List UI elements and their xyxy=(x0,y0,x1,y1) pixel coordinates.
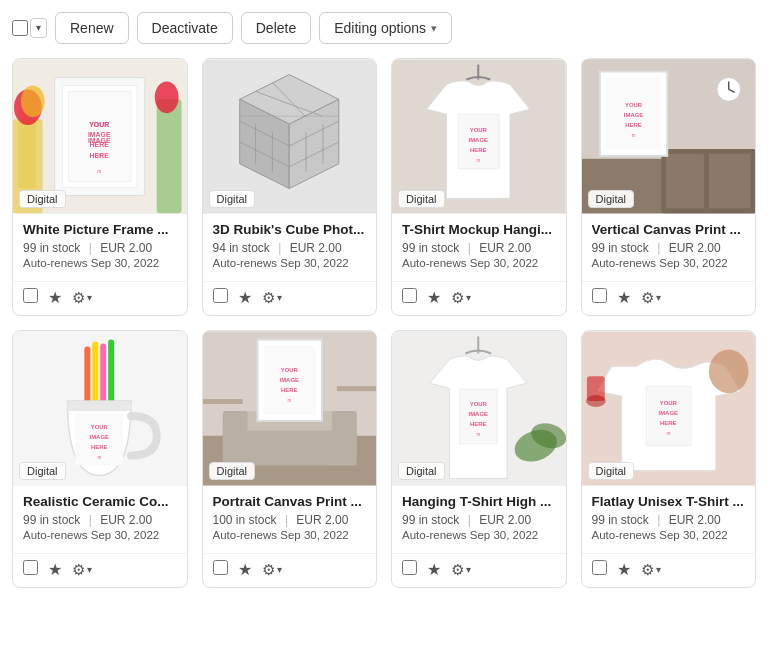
stock-count: 99 in stock xyxy=(592,513,649,527)
card-checkbox[interactable] xyxy=(213,288,228,303)
product-meta: 99 in stock | EUR 2.00 xyxy=(592,241,746,255)
svg-text:HERE: HERE xyxy=(281,387,298,393)
card-actions: ★ ⚙ ▾ xyxy=(13,281,187,315)
svg-text:m: m xyxy=(476,158,480,163)
card-select[interactable] xyxy=(23,560,38,579)
favorite-button[interactable]: ★ xyxy=(617,290,631,306)
svg-rect-45 xyxy=(666,154,704,209)
favorite-button[interactable]: ★ xyxy=(427,290,441,306)
product-price: EUR 2.00 xyxy=(100,513,152,527)
favorite-button[interactable]: ★ xyxy=(617,562,631,578)
card-select[interactable] xyxy=(592,288,607,307)
stock-count: 99 in stock xyxy=(23,241,80,255)
settings-dropdown-button[interactable]: ▾ xyxy=(655,564,662,575)
card-body: Realistic Ceramic Co... 99 in stock | EU… xyxy=(13,486,187,553)
card-select[interactable] xyxy=(213,288,228,307)
svg-point-100 xyxy=(585,395,605,407)
card-checkbox[interactable] xyxy=(23,288,38,303)
svg-text:m: m xyxy=(631,133,635,138)
product-image: YOUR IMAGE HERE m Digital xyxy=(13,331,187,486)
product-price: EUR 2.00 xyxy=(296,513,348,527)
meta-separator: | xyxy=(285,513,288,527)
favorite-button[interactable]: ★ xyxy=(48,562,62,578)
product-price: EUR 2.00 xyxy=(290,241,342,255)
settings-button[interactable]: ⚙ xyxy=(451,561,464,579)
svg-text:m: m xyxy=(476,432,480,437)
favorite-button[interactable]: ★ xyxy=(238,562,252,578)
toolbar: ▾ Renew Deactivate Delete Editing option… xyxy=(12,12,756,44)
stock-count: 100 in stock xyxy=(213,513,277,527)
svg-text:m: m xyxy=(97,455,101,460)
favorite-button[interactable]: ★ xyxy=(238,290,252,306)
svg-text:IMAGE: IMAGE xyxy=(469,411,489,417)
meta-separator: | xyxy=(468,241,471,255)
svg-text:HERE: HERE xyxy=(625,122,642,128)
settings-button[interactable]: ⚙ xyxy=(262,561,275,579)
svg-point-97 xyxy=(708,350,748,394)
editing-options-button[interactable]: Editing options ▾ xyxy=(319,12,452,44)
settings-dropdown-button[interactable]: ▾ xyxy=(276,292,283,303)
product-title: White Picture Frame ... xyxy=(23,222,177,237)
card-select[interactable] xyxy=(592,560,607,579)
card-checkbox[interactable] xyxy=(23,560,38,575)
stock-count: 99 in stock xyxy=(402,241,459,255)
card-checkbox[interactable] xyxy=(592,560,607,575)
settings-dropdown-button[interactable]: ▾ xyxy=(276,564,283,575)
svg-text:IMAGE: IMAGE xyxy=(90,434,110,440)
card-body: 3D Rubik's Cube Phot... 94 in stock | EU… xyxy=(203,214,377,281)
settings-button[interactable]: ⚙ xyxy=(262,289,275,307)
settings-dropdown-button[interactable]: ▾ xyxy=(86,564,93,575)
svg-rect-5 xyxy=(157,99,182,213)
digital-badge: Digital xyxy=(19,190,66,208)
settings-dropdown-button[interactable]: ▾ xyxy=(655,292,662,303)
settings-dropdown-button[interactable]: ▾ xyxy=(86,292,93,303)
product-card: YOUR IMAGE HERE m YOUR IMAGE HERE m Digi… xyxy=(12,58,188,316)
card-body: Portrait Canvas Print ... 100 in stock |… xyxy=(203,486,377,553)
gear-group: ⚙ ▾ xyxy=(72,561,93,579)
card-select[interactable] xyxy=(213,560,228,579)
card-checkbox[interactable] xyxy=(402,560,417,575)
digital-badge: Digital xyxy=(19,462,66,480)
meta-separator: | xyxy=(657,241,660,255)
svg-text:HERE: HERE xyxy=(91,444,108,450)
svg-text:YOUR: YOUR xyxy=(624,102,642,108)
settings-button[interactable]: ⚙ xyxy=(72,561,85,579)
gear-group: ⚙ ▾ xyxy=(641,289,662,307)
settings-button[interactable]: ⚙ xyxy=(451,289,464,307)
product-card: YOUR IMAGE HERE m Digital Hanging T-Shir… xyxy=(391,330,567,588)
card-select[interactable] xyxy=(402,288,417,307)
card-actions: ★ ⚙ ▾ xyxy=(13,553,187,587)
svg-rect-73 xyxy=(331,411,356,466)
card-select[interactable] xyxy=(23,288,38,307)
card-actions: ★ ⚙ ▾ xyxy=(582,553,756,587)
product-image: YOUR IMAGE HERE m Digital xyxy=(392,59,566,214)
svg-text:IMAGE: IMAGE xyxy=(623,112,643,118)
favorite-button[interactable]: ★ xyxy=(48,290,62,306)
svg-text:YOUR: YOUR xyxy=(91,424,109,430)
settings-dropdown-button[interactable]: ▾ xyxy=(465,292,472,303)
svg-text:IMAGE: IMAGE xyxy=(658,410,678,416)
renew-button[interactable]: Renew xyxy=(55,12,129,44)
product-price: EUR 2.00 xyxy=(479,241,531,255)
svg-text:m: m xyxy=(97,169,101,174)
favorite-button[interactable]: ★ xyxy=(427,562,441,578)
product-card: YOUR IMAGE HERE m Digital T-Shirt Mockup… xyxy=(391,58,567,316)
card-select[interactable] xyxy=(402,560,417,579)
settings-button[interactable]: ⚙ xyxy=(641,561,654,579)
product-card: YOUR IMAGE HERE m Digital Vertical Canva… xyxy=(581,58,757,316)
deactivate-button[interactable]: Deactivate xyxy=(137,12,233,44)
select-all-dropdown-btn[interactable]: ▾ xyxy=(30,18,47,38)
card-checkbox[interactable] xyxy=(402,288,417,303)
settings-button[interactable]: ⚙ xyxy=(72,289,85,307)
svg-text:YOUR: YOUR xyxy=(470,127,488,133)
product-image: YOUR IMAGE HERE m Digital xyxy=(203,331,377,486)
select-all-checkbox[interactable] xyxy=(12,20,28,36)
card-checkbox[interactable] xyxy=(213,560,228,575)
settings-button[interactable]: ⚙ xyxy=(641,289,654,307)
digital-badge: Digital xyxy=(398,462,445,480)
meta-separator: | xyxy=(657,513,660,527)
delete-button[interactable]: Delete xyxy=(241,12,311,44)
settings-dropdown-button[interactable]: ▾ xyxy=(465,564,472,575)
card-checkbox[interactable] xyxy=(592,288,607,303)
product-price: EUR 2.00 xyxy=(100,241,152,255)
